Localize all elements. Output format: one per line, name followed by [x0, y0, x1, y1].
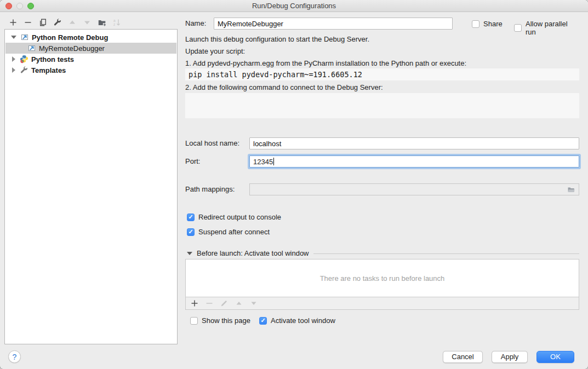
minus-icon — [24, 18, 32, 27]
close-window-button[interactable] — [5, 3, 12, 9]
name-input[interactable] — [214, 18, 453, 30]
zoom-window-button[interactable] — [27, 3, 34, 9]
apply-button[interactable]: Apply — [492, 351, 528, 363]
settrace-code: import pydevd_pycharm pydevd_pycharm.set… — [185, 93, 579, 118]
tree-item-python-tests[interactable]: Python tests — [5, 54, 176, 65]
tree-item-label: MyRemoteDebugger — [39, 44, 105, 53]
configurations-tree: Python Remote Debug MyRemoteDebugger — [4, 29, 178, 344]
wrench-icon — [53, 18, 62, 27]
move-task-up-button — [235, 299, 243, 308]
instruction-line-2: Update your script: — [185, 47, 245, 56]
help-button[interactable]: ? — [8, 350, 21, 363]
copy-configuration-button[interactable] — [38, 18, 47, 27]
pip-install-code: pip install pydevd-pycharm~=191.6605.12 — [185, 68, 579, 80]
sort-az-icon: a z — [112, 18, 121, 27]
instruction-step-1: 1. Add pydevd-pycharm.egg from the PyCha… — [185, 59, 466, 68]
share-checkbox-label[interactable]: Share — [483, 20, 503, 28]
before-launch-header[interactable]: Before launch: Activate tool window — [187, 249, 579, 257]
tasks-empty-message: There are no tasks to run before launch — [186, 260, 579, 297]
path-mappings-label: Path mappings: — [185, 183, 235, 195]
configuration-form: Name: Share Allow parallel run Launch th… — [185, 0, 579, 369]
tree-item-label: Python tests — [31, 55, 74, 64]
section-divider — [313, 253, 579, 254]
redirect-output-label[interactable]: Redirect output to console — [198, 213, 281, 221]
suspend-after-connect-label[interactable]: Suspend after connect — [198, 228, 270, 236]
redirect-output-checkbox-group[interactable]: Redirect output to console — [187, 213, 281, 221]
remote-debug-icon — [27, 44, 36, 53]
browse-folder-icon[interactable] — [567, 185, 575, 194]
suspend-after-connect-checkbox[interactable] — [187, 228, 195, 236]
move-up-button — [68, 18, 77, 27]
minimize-window-button[interactable] — [16, 3, 23, 9]
svg-text:a: a — [113, 19, 116, 22]
arrow-down-icon — [249, 299, 258, 308]
copy-icon — [38, 18, 47, 27]
add-configuration-button[interactable] — [9, 18, 18, 27]
arrow-up-icon — [235, 299, 243, 308]
move-down-button — [83, 18, 92, 27]
local-host-name-input[interactable] — [249, 137, 579, 149]
ok-button[interactable]: OK — [536, 351, 574, 363]
chevron-right-icon[interactable] — [12, 67, 15, 73]
instruction-line-1: Launch this debug configuration to start… — [185, 34, 369, 44]
remove-task-button — [205, 299, 214, 308]
plus-icon — [9, 18, 18, 27]
arrow-down-icon — [83, 18, 92, 27]
tree-item-templates[interactable]: Templates — [5, 65, 176, 76]
minus-icon — [205, 299, 214, 308]
redirect-output-checkbox[interactable] — [187, 214, 195, 221]
help-question-mark: ? — [13, 353, 17, 361]
before-launch-title: Before launch: Activate tool window — [197, 249, 309, 257]
share-checkbox-group[interactable]: Share — [472, 20, 503, 28]
chevron-down-icon[interactable] — [187, 252, 192, 255]
add-task-button[interactable] — [190, 299, 199, 308]
configurations-toolbar: a z — [9, 18, 121, 27]
python-tests-icon — [20, 55, 28, 64]
tree-item-label: Python Remote Debug — [32, 33, 108, 42]
svg-text:z: z — [113, 22, 115, 26]
name-label: Name: — [185, 18, 206, 30]
sort-configurations-button: a z — [112, 18, 121, 27]
local-host-name-label: Local host name: — [185, 137, 239, 149]
remote-debug-icon — [20, 33, 29, 42]
show-this-page-checkbox-group[interactable]: Show this page — [190, 316, 250, 325]
share-checkbox[interactable] — [472, 20, 479, 28]
new-folder-button[interactable] — [98, 18, 106, 27]
allow-parallel-run-checkbox[interactable] — [514, 24, 522, 32]
port-value: 12345 — [253, 158, 273, 166]
edit-templates-button[interactable] — [53, 18, 62, 27]
chevron-right-icon[interactable] — [12, 56, 15, 62]
tree-item-label: Templates — [31, 66, 66, 74]
activate-tool-window-label[interactable]: Activate tool window — [271, 316, 335, 325]
before-launch-tasks-panel: There are no tasks to run before launch — [185, 259, 579, 310]
chevron-down-icon[interactable] — [11, 36, 16, 39]
instruction-step-2: 2. Add the following command to connect … — [185, 83, 383, 92]
suspend-after-connect-checkbox-group[interactable]: Suspend after connect — [187, 228, 270, 236]
tasks-toolbar — [186, 297, 579, 309]
folder-plus-icon — [98, 18, 106, 27]
port-input[interactable]: 12345 — [249, 155, 579, 168]
activate-tool-window-checkbox-group[interactable]: Activate tool window — [259, 316, 335, 325]
pencil-icon — [220, 299, 229, 308]
arrow-up-icon — [68, 18, 77, 27]
move-task-down-button — [249, 299, 258, 308]
tree-item-myremotedebugger[interactable]: MyRemoteDebugger — [5, 43, 176, 54]
activate-tool-window-checkbox[interactable] — [259, 317, 267, 325]
tree-item-python-remote-debug[interactable]: Python Remote Debug — [5, 32, 176, 43]
show-this-page-label[interactable]: Show this page — [202, 316, 250, 325]
path-mappings-input[interactable] — [249, 183, 579, 195]
run-debug-configurations-dialog: Run/Debug Configurations — [0, 0, 588, 369]
port-label: Port: — [185, 155, 200, 168]
plus-icon — [190, 299, 199, 308]
remove-configuration-button[interactable] — [24, 18, 32, 27]
wrench-icon — [20, 66, 28, 74]
text-caret — [273, 158, 274, 165]
cancel-button[interactable]: Cancel — [443, 351, 483, 363]
edit-task-button — [220, 299, 229, 308]
settrace-code-line-1: import pydevd_pycharm — [189, 117, 576, 118]
allow-parallel-run-label[interactable]: Allow parallel run — [526, 20, 579, 36]
allow-parallel-checkbox-group[interactable]: Allow parallel run — [514, 20, 579, 36]
show-this-page-checkbox[interactable] — [190, 317, 198, 325]
